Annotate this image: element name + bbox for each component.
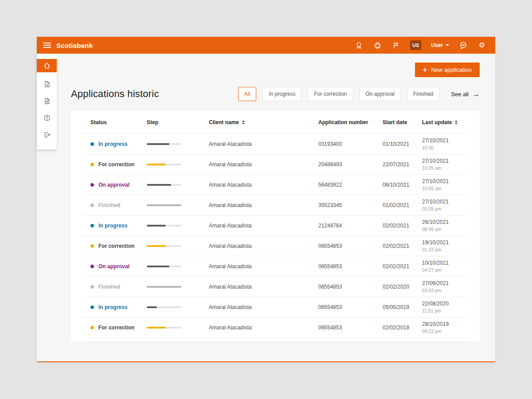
progress-bar-fill (147, 306, 157, 308)
award-icon[interactable] (354, 41, 363, 50)
last-update-date: 27/10/2021 (422, 178, 468, 184)
documents-icon (43, 97, 51, 105)
brand-trademark-dot: . (93, 42, 94, 47)
filter-chip-in-progress[interactable]: In progress (262, 87, 301, 101)
hamburger-menu-icon[interactable] (43, 43, 51, 48)
start-date: 02/02/2020 (383, 284, 422, 290)
status-dot (90, 305, 94, 309)
start-date: 02/02/2021 (383, 263, 422, 270)
table-row[interactable]: On approval Amaral Atacadista 06554853 0… (82, 256, 468, 277)
user-menu-label: User (431, 42, 443, 48)
start-date: 02/02/2018 (383, 325, 422, 331)
application-number: 06554853 (318, 284, 383, 290)
progress-bar (147, 204, 181, 206)
status-dot (90, 265, 94, 268)
last-update-time: 10:30 (422, 145, 468, 150)
status-dot (90, 203, 94, 207)
table-row[interactable]: For correction Amaral Atacadista 0655485… (82, 317, 468, 338)
sidebar-item-logout[interactable] (37, 126, 57, 143)
last-update-time: 09:22 pm (422, 329, 468, 334)
sidebar-item-documents[interactable] (37, 93, 57, 110)
last-update-date: 10/10/2021 (422, 260, 468, 266)
progress-bar (147, 306, 181, 308)
col-status: Status (90, 119, 147, 125)
status-dot (90, 142, 94, 146)
table-row[interactable]: In progress Amaral Atacadista 21248764 0… (82, 215, 468, 236)
table-row[interactable]: Finished Amaral Atacadista 35523345 01/0… (82, 195, 468, 215)
table-row[interactable]: In progress Amaral Atacadista 03193400 0… (82, 134, 468, 154)
progress-bar (147, 143, 181, 145)
filter-chip-on-approval[interactable]: On approval (360, 87, 401, 101)
sidebar (37, 54, 57, 149)
plus-icon: + (423, 66, 427, 74)
arrow-right-icon: → (472, 90, 480, 98)
applications-table: Status Step Client name Application numb… (71, 111, 480, 341)
application-number: 20486493 (318, 161, 383, 168)
client-name: Amaral Atacadista (209, 141, 318, 147)
sidebar-item-help[interactable] (37, 110, 57, 126)
start-date: 01/10/2021 (383, 141, 422, 147)
last-update-date: 26/10/2021 (422, 219, 468, 225)
topbar-actions: US User ⚙ (354, 40, 486, 50)
status-label: In progress (98, 141, 127, 147)
table-row[interactable]: On approval Amaral Atacadista 56483922 0… (82, 175, 468, 195)
last-update-time: 08:45 am (422, 227, 468, 232)
app-window: Scotiabank. US User ⚙ (37, 37, 495, 362)
application-number: 21248764 (318, 223, 383, 229)
progress-bar-fill (147, 184, 171, 186)
chat-icon[interactable] (459, 41, 468, 50)
new-application-button[interactable]: + New application (415, 63, 480, 77)
progress-bar (147, 245, 181, 247)
table-header: Status Step Client name Application numb… (82, 111, 468, 134)
flag-icon[interactable] (391, 41, 400, 50)
status-dot (90, 163, 94, 166)
progress-bar (147, 184, 181, 186)
last-update-date: 28/10/2019 (422, 321, 468, 327)
status-label: In progress (98, 223, 127, 229)
top-header: Scotiabank. US User ⚙ (37, 37, 495, 54)
start-date: 02/02/2021 (383, 223, 422, 229)
application-number: 06554853 (318, 325, 383, 331)
start-date: 22/07/2021 (383, 161, 422, 168)
country-selector[interactable]: US (410, 40, 421, 50)
sidebar-item-home[interactable] (37, 59, 57, 72)
progress-bar (147, 164, 181, 165)
last-update-date: 27/09/2021 (422, 280, 468, 286)
last-update-date: 19/10/2021 (422, 239, 468, 246)
filter-chip-all[interactable]: All (238, 87, 256, 101)
sort-icon[interactable] (242, 120, 245, 125)
progress-bar-fill (147, 225, 166, 227)
col-step: Step (147, 119, 209, 125)
status-label: Finished (98, 284, 120, 290)
status-dot (90, 326, 94, 329)
table-row[interactable]: For correction Amaral Atacadista 2048649… (82, 154, 468, 175)
sort-icon[interactable] (455, 120, 458, 125)
see-all-link[interactable]: See all → (451, 90, 480, 98)
last-update-time: 10:05 am (422, 186, 468, 191)
status-label: On approval (98, 182, 129, 188)
status-label: For correction (98, 325, 134, 331)
table-row[interactable]: For correction Amaral Atacadista 0655485… (82, 236, 468, 256)
printer-icon[interactable] (373, 41, 382, 50)
status-dot (90, 285, 94, 289)
client-name: Amaral Atacadista (209, 223, 318, 229)
filter-chip-for-correction[interactable]: For correction (308, 87, 353, 101)
user-menu[interactable]: User (431, 42, 449, 48)
progress-bar (147, 327, 181, 329)
col-client-name: Client name (209, 119, 318, 125)
status-dot (90, 224, 94, 227)
status-dot (90, 183, 94, 187)
gear-icon[interactable]: ⚙ (477, 41, 486, 50)
table-body: In progress Amaral Atacadista 03193400 0… (82, 134, 468, 338)
last-update-time: 10:05 am (422, 165, 468, 171)
col-application-number: Application number (318, 119, 383, 125)
status-label: Finished (98, 202, 120, 208)
table-row[interactable]: In progress Amaral Atacadista 06554853 0… (82, 297, 468, 317)
chevron-down-icon (446, 44, 449, 46)
filter-chip-finished[interactable]: Finished (407, 87, 439, 101)
client-name: Amaral Atacadista (209, 284, 318, 290)
last-update-date: 27/10/2021 (422, 199, 468, 205)
sidebar-item-new-application[interactable] (37, 76, 57, 93)
application-number: 06554853 (318, 304, 383, 310)
table-row[interactable]: Finished Amaral Atacadista 06554853 02/0… (82, 277, 468, 297)
